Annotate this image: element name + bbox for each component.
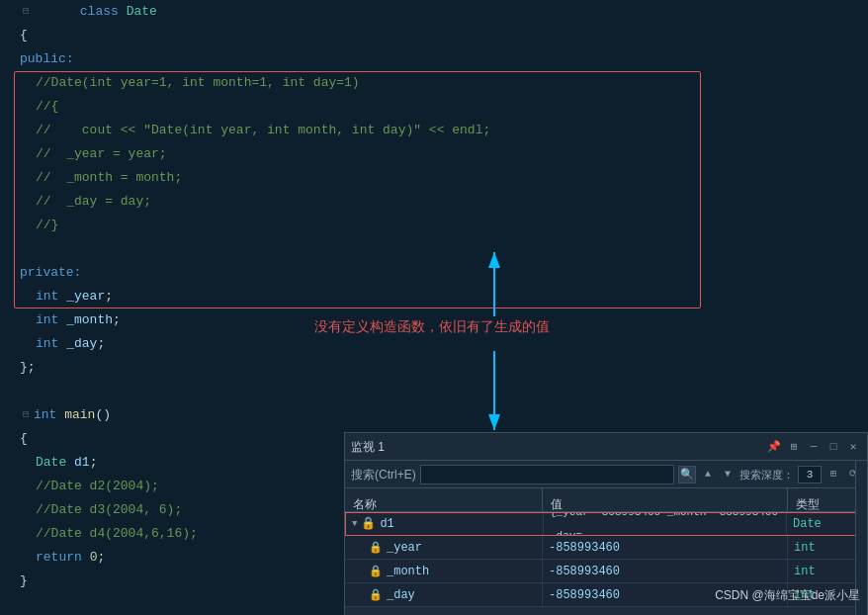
var-name-d1: d1 xyxy=(380,513,393,535)
month-type-text: int xyxy=(794,560,816,583)
code-line: //} xyxy=(0,214,868,237)
code-line: // _day = day; xyxy=(0,190,868,214)
code-line: public: xyxy=(0,47,868,71)
watch-row-year[interactable]: 🔒 _year -858993460 int xyxy=(345,536,867,560)
code-line xyxy=(0,237,868,261)
var-name-day: _day xyxy=(387,583,415,606)
watch-cell-value-d1: {_year=-858993460 _month=-858993460 _day… xyxy=(544,513,787,535)
watch-row-d1[interactable]: ▼ 🔒 d1 {_year=-858993460 _month=-8589934… xyxy=(345,512,867,536)
code-line: ⊟ int main() xyxy=(0,403,868,427)
search-icon-button[interactable]: 🔍 xyxy=(678,466,696,483)
grid-button[interactable]: ⊞ xyxy=(786,439,802,455)
var-name-month: _month xyxy=(387,560,429,582)
code-line xyxy=(0,380,868,403)
watermark: CSDN @海绵宝宝de派小星 xyxy=(715,583,860,607)
code-line: private: xyxy=(0,261,868,285)
code-editor: ⊟ class Date { public: //Date(int year=1… xyxy=(0,0,868,615)
column-name-header: 名称 xyxy=(345,488,543,511)
expand-icon[interactable]: ▼ xyxy=(352,513,357,535)
lock-icon-day: 🔒 xyxy=(369,583,383,606)
collapse-icon[interactable]: ⊟ xyxy=(20,6,32,18)
pin-button[interactable]: 📌 xyxy=(766,439,782,455)
d1-type-text: Date xyxy=(793,512,822,536)
code-line: //Date(int year=1, int month=1, int day=… xyxy=(0,71,868,95)
watch-cell-name-day: 🔒 _day xyxy=(345,583,543,606)
watch-cell-value-month: -858993460 xyxy=(543,560,788,582)
watch-cell-name-month: 🔒 _month xyxy=(345,560,543,582)
lock-icon: 🔒 xyxy=(361,513,376,535)
maximize-button[interactable]: □ xyxy=(825,439,841,455)
lock-icon-month: 🔒 xyxy=(369,560,383,582)
watch-cell-value-year: -858993460 xyxy=(543,536,788,559)
lock-icon-year: 🔒 xyxy=(369,536,383,559)
nav-down-button[interactable]: ▼ xyxy=(720,467,736,483)
code-line: }; xyxy=(0,356,868,380)
search-depth-label: 搜索深度： xyxy=(739,463,794,486)
watch-table-header: 名称 值 类型 xyxy=(345,488,867,512)
code-line: int _day; xyxy=(0,332,868,356)
search-depth-value: 3 xyxy=(798,466,822,483)
code-line: // _month = month; xyxy=(0,166,868,190)
code-line: ⊟ class Date xyxy=(0,0,868,24)
column-options-button[interactable]: ⊞ xyxy=(825,467,841,483)
watch-cell-name-year: 🔒 _year xyxy=(345,536,543,559)
d1-value-text: {_year=-858993460 _month=-858993460 _day… xyxy=(550,513,780,535)
code-line: // cout << "Date(int year, int month, in… xyxy=(0,119,868,142)
year-type-text: int xyxy=(794,536,816,560)
day-value-text: -858993460 xyxy=(549,583,620,606)
column-value-header: 值 xyxy=(543,488,788,511)
month-value-text: -858993460 xyxy=(549,560,620,582)
watch-panel-title: 监视 1 xyxy=(351,435,385,459)
code-line: int _year; xyxy=(0,285,868,308)
code-line: int _month; xyxy=(0,308,868,332)
watch-panel-header: 监视 1 📌 ⊞ ─ □ ✕ xyxy=(345,433,867,461)
code-line: //{ xyxy=(0,95,868,119)
watch-row-month[interactable]: 🔒 _month -858993460 int xyxy=(345,560,867,583)
watch-search-bar: 搜索(Ctrl+E) 🔍 ▲ ▼ 搜索深度： 3 ⊞ ⟳ xyxy=(345,461,867,488)
year-value-text: -858993460 xyxy=(549,536,620,559)
watch-cell-type-d1: Date xyxy=(787,513,866,535)
minimize-button[interactable]: ─ xyxy=(806,439,822,455)
watch-panel-controls: 📌 ⊞ ─ □ ✕ xyxy=(766,439,861,455)
var-name-year: _year xyxy=(387,536,422,559)
watch-cell-name-d1: ▼ 🔒 d1 xyxy=(346,513,544,535)
close-button[interactable]: ✕ xyxy=(845,439,861,455)
collapse-icon[interactable]: ⊟ xyxy=(20,409,32,421)
search-input[interactable] xyxy=(420,465,674,484)
code-line: // _year = year; xyxy=(0,142,868,166)
code-line: { xyxy=(0,24,868,47)
nav-up-button[interactable]: ▲ xyxy=(700,467,716,483)
search-label: 搜索(Ctrl+E) xyxy=(351,463,416,486)
